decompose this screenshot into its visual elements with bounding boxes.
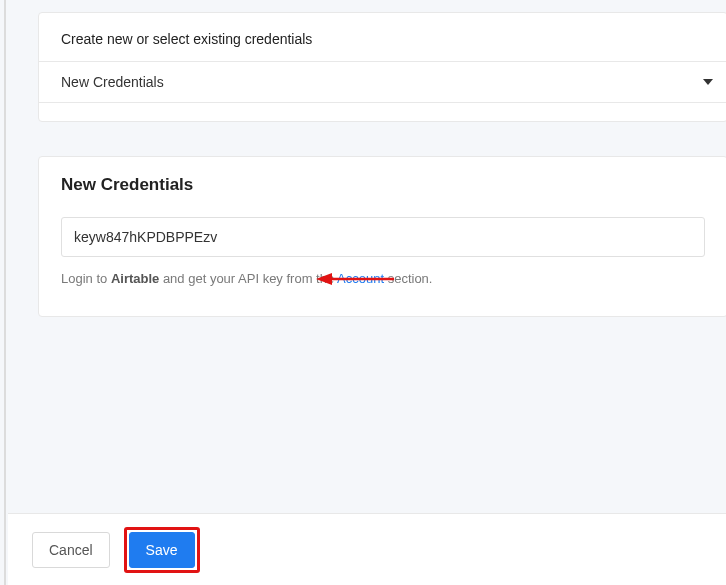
credentials-select-card: Create new or select existing credential… [38,12,726,122]
helper-airtable: Airtable [111,271,159,286]
credentials-title: New Credentials [61,175,705,195]
cancel-button[interactable]: Cancel [32,532,110,568]
main-content: Create new or select existing credential… [8,0,726,505]
helper-text: Login to Airtable and get your API key f… [61,271,705,286]
account-link[interactable]: Account [337,271,384,286]
api-key-input[interactable] [61,217,705,257]
save-highlight-box: Save [124,527,200,573]
credentials-select-value: New Credentials [61,74,164,90]
helper-prefix: Login to [61,271,111,286]
footer-bar: Cancel Save [8,513,726,585]
helper-mid: and get your API key from the [159,271,337,286]
credentials-select[interactable]: New Credentials [39,61,726,103]
chevron-down-icon [703,79,713,85]
left-edge-divider [4,0,6,585]
new-credentials-card: New Credentials Login to Airtable and ge… [38,156,726,317]
select-label: Create new or select existing credential… [61,31,705,47]
save-button[interactable]: Save [129,532,195,568]
helper-suffix: section. [384,271,432,286]
